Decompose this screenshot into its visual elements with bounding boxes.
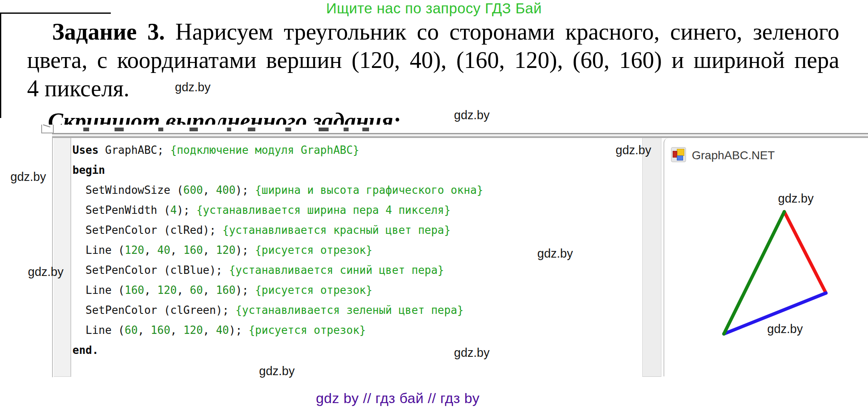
site-banner: Ищите нас по запросу ГДЗ Бай	[0, 0, 868, 17]
watermark: gdz.by	[454, 346, 489, 360]
task-line-3: 4 пикселя.	[27, 74, 839, 103]
toolbar-remnant-dash	[190, 128, 198, 131]
watermark: gdz.by	[259, 364, 294, 378]
code-line: begin	[72, 160, 483, 180]
code-number: 600	[183, 184, 203, 196]
code-text: ,	[170, 324, 183, 336]
toolbar-remnant-dash	[362, 128, 369, 131]
toolbar-remnant-dash	[319, 128, 329, 131]
code-block: Uses GraphABC; {подключение модуля Graph…	[72, 140, 483, 360]
code-number: 60	[190, 284, 203, 296]
footer-text: gdz by // гдз бай // гдз by	[0, 390, 796, 406]
code-text: );	[177, 204, 196, 216]
code-line: Line (120, 40, 160, 120); {рисуется отре…	[72, 240, 483, 260]
watermark: gdz.by	[28, 265, 63, 279]
code-number: 160	[216, 284, 235, 296]
code-keyword: begin	[72, 164, 105, 176]
code-comment: {рисуется отрезок}	[255, 244, 372, 256]
code-number: 120	[183, 324, 203, 336]
task-number-label: Задание 3.	[52, 19, 165, 45]
code-line: SetWindowSize (600, 400); {ширина и высо…	[72, 180, 483, 200]
code-text: );	[235, 244, 255, 256]
code-line: Line (60, 160, 120, 40); {рисуется отрез…	[72, 320, 483, 340]
code-text: Line (	[72, 284, 125, 296]
code-text: ,	[203, 184, 216, 196]
code-text: ,	[203, 244, 216, 256]
editor-top-border	[52, 133, 868, 138]
code-text: );	[229, 324, 249, 336]
scan-border-vertical	[0, 13, 1, 118]
code-line: end.	[72, 340, 483, 360]
watermark: gdz.by	[616, 143, 651, 157]
code-text: SetPenColor (clGreen);	[72, 304, 235, 316]
toolbar-remnant-corner	[41, 125, 54, 133]
code-text: Line (	[72, 244, 125, 256]
code-text: ,	[203, 284, 216, 296]
code-number: 160	[151, 324, 170, 336]
page: { "banner": { "text": "Ищите нас по запр…	[0, 0, 868, 411]
code-text: ,	[203, 324, 216, 336]
code-text: SetPenWidth (	[72, 204, 170, 216]
task-text-1: Нарисуем треугольник со сторонами красно…	[165, 19, 839, 45]
code-number: 120	[125, 244, 144, 256]
code-number: 60	[125, 324, 137, 336]
code-number: 40	[157, 244, 170, 256]
code-text: ,	[170, 244, 183, 256]
red-side	[784, 212, 826, 293]
code-line: SetPenColor (clRed); {устанавливается кр…	[72, 220, 483, 240]
code-comment: {устанавливается ширина пера 4 пикселя}	[196, 204, 450, 216]
toolbar-remnant-dash	[158, 128, 163, 131]
editor-gutter	[54, 138, 71, 377]
toolbar-remnant-dash	[344, 128, 349, 131]
code-number: 400	[216, 184, 235, 196]
scan-border-horizontal	[0, 13, 111, 14]
code-number: 4	[170, 204, 177, 216]
code-text: SetPenColor (clRed);	[72, 224, 222, 236]
watermark: gdz.by	[778, 192, 813, 206]
toolbar-remnant-strip	[52, 125, 427, 133]
winforms-app-icon	[671, 147, 686, 162]
code-comment: {подключение модуля GraphABC}	[170, 144, 359, 156]
code-text: ,	[177, 284, 190, 296]
toolbar-remnant-dash	[83, 128, 89, 131]
code-comment: {устанавливается зеленый цвет пера}	[235, 304, 464, 316]
code-text: );	[235, 284, 255, 296]
code-text: ,	[144, 244, 157, 256]
graphabc-window: GraphABC.NET	[663, 138, 868, 376]
code-keyword: end.	[72, 344, 99, 356]
code-line: Line (160, 120, 60, 160); {рисуется отре…	[72, 280, 483, 300]
watermark: gdz.by	[10, 170, 46, 184]
code-line: SetPenWidth (4); {устанавливается ширина…	[72, 200, 483, 220]
toolbar-remnant-dash	[115, 128, 124, 131]
task-line-2: цвета, с координатами вершин (120, 40), …	[27, 46, 839, 74]
code-line: Uses GraphABC; {подключение модуля Graph…	[72, 140, 483, 160]
watermark: gdz.by	[767, 322, 803, 336]
toolbar-remnant-dash	[248, 128, 255, 131]
code-text: ,	[138, 324, 151, 336]
code-comment: {рисуется отрезок}	[249, 324, 366, 336]
icon-yellow-square	[677, 149, 684, 156]
icon-blue-square	[677, 155, 683, 160]
code-number: 120	[216, 244, 235, 256]
code-text: Line (	[72, 324, 125, 336]
graphabc-window-title: GraphABC.NET	[692, 149, 775, 162]
code-text: );	[235, 184, 255, 196]
green-side	[724, 212, 784, 334]
code-text: GraphABC;	[99, 144, 170, 156]
code-comment: {ширина и высота графического окна}	[255, 184, 483, 196]
watermark: gdz.by	[175, 80, 210, 94]
code-comment: {устанавливается красный цвет пера}	[222, 224, 451, 236]
watermark: gdz.by	[537, 247, 573, 261]
editor-scrollbar	[642, 138, 661, 377]
code-text: ,	[144, 284, 157, 296]
code-text: SetPenColor (clBlue);	[72, 264, 229, 276]
triangle-drawing	[664, 138, 868, 376]
watermark: gdz.by	[454, 108, 489, 122]
code-comment: {устанавливается синий цвет пера}	[229, 264, 444, 276]
code-text: SetWindowSize (	[72, 184, 183, 196]
code-number: 120	[157, 284, 177, 296]
code-line: SetPenColor (clGreen); {устанавливается …	[72, 300, 483, 320]
code-number: 160	[125, 284, 144, 296]
task-paragraph: Задание 3. Нарисуем треугольник со сторо…	[27, 18, 839, 103]
toolbar-remnant-dash	[285, 128, 291, 131]
